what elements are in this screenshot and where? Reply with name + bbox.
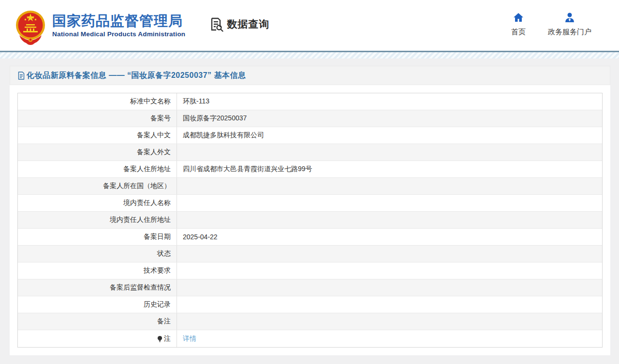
page-title-bar: 化妆品新原料备案信息 —— “国妆原备字20250037” 基本信息 (10, 66, 610, 85)
brand-title-cn: 国家药品监督管理局 (52, 13, 185, 29)
row-label: 备案人住所地址 (18, 161, 177, 177)
table-row-domestic-responsible-address: 境内责任人住所地址 (18, 212, 602, 229)
row-value (177, 144, 602, 160)
table-row-domestic-responsible-name: 境内责任人名称 (18, 195, 602, 212)
table-row-registrant-country: 备案人所在国（地区） (18, 178, 602, 195)
row-label: 境内责任人名称 (18, 195, 177, 211)
row-label: 备案人外文 (18, 144, 177, 160)
row-label-text: 注 (164, 335, 171, 343)
row-label: 技术要求 (18, 262, 177, 279)
table-row-remarks: 备注 (18, 313, 602, 330)
content-card: 化妆品新原料备案信息 —— “国妆原备字20250037” 基本信息 标准中文名… (10, 66, 610, 355)
table-row-history: 历史记录 (18, 296, 602, 313)
brand-block: 国家药品监督管理局 National Medical Products Admi… (52, 13, 185, 38)
row-label: 备案后监督检查情况 (18, 279, 177, 296)
row-value: 成都凯捷多肽科技有限公司 (177, 127, 602, 144)
table-row-registrant-foreign: 备案人外文 (18, 144, 602, 161)
bulb-icon (157, 335, 163, 343)
person-icon (564, 12, 575, 23)
row-label: 备案日期 (18, 229, 177, 245)
table-row-post-registration-inspection: 备案后监督检查情况 (18, 279, 602, 296)
row-value: 2025-04-22 (177, 229, 602, 245)
nav-item-portal[interactable]: 政务服务门户 (548, 12, 591, 37)
header-nav: 首页 政务服务门户 (511, 12, 591, 37)
site-header: 国家药品监督管理局 National Medical Products Admi… (0, 0, 619, 51)
row-value: 详情 (177, 330, 602, 347)
details-link[interactable]: 详情 (183, 335, 196, 343)
brand-title-en: National Medical Products Administration (52, 30, 185, 38)
table-row-technical-requirements: 技术要求 (18, 262, 602, 279)
nav-item-portal-label: 政务服务门户 (548, 28, 591, 37)
row-value (177, 262, 602, 279)
row-value (177, 246, 602, 262)
row-value (177, 279, 602, 296)
table-row-note: 注 详情 (18, 330, 602, 347)
table-row-registrant-chinese: 备案人中文 成都凯捷多肽科技有限公司 (18, 127, 602, 144)
nav-item-home[interactable]: 首页 (511, 12, 526, 37)
page-title: 化妆品新原料备案信息 —— “国妆原备字20250037” 基本信息 (27, 71, 246, 81)
document-search-icon (208, 16, 224, 32)
row-value: 国妆原备字20250037 (177, 110, 602, 127)
row-label: 状态 (18, 246, 177, 262)
row-label: 备案人中文 (18, 127, 177, 144)
row-label: 历史记录 (18, 296, 177, 313)
row-label: 备案人所在国（地区） (18, 178, 177, 194)
row-label: 注 (18, 330, 177, 347)
row-value (177, 178, 602, 194)
row-value: 环肽-113 (177, 93, 602, 110)
row-value (177, 195, 602, 211)
row-value (177, 296, 602, 313)
data-query-entry[interactable]: 数据查询 (208, 16, 269, 32)
table-row-status: 状态 (18, 246, 602, 262)
row-label: 境内责任人住所地址 (18, 212, 177, 228)
row-label: 标准中文名称 (18, 93, 177, 110)
row-value (177, 212, 602, 228)
nav-item-home-label: 首页 (511, 28, 526, 37)
row-label: 备案号 (18, 110, 177, 127)
table-row-standard-chinese-name: 标准中文名称 环肽-113 (18, 93, 602, 110)
table-row-registration-number: 备案号 国妆原备字20250037 (18, 110, 602, 127)
header-divider-band (0, 52, 619, 58)
home-icon (513, 12, 524, 23)
table-row-registrant-address: 备案人住所地址 四川省成都市大邑县青霞街道兴业七路99号 (18, 161, 602, 178)
row-label: 备注 (18, 313, 177, 330)
table-row-registration-date: 备案日期 2025-04-22 (18, 229, 602, 246)
row-value (177, 313, 602, 330)
row-value: 四川省成都市大邑县青霞街道兴业七路99号 (177, 161, 602, 177)
registration-info-table: 标准中文名称 环肽-113 备案号 国妆原备字20250037 备案人中文 成都… (17, 93, 603, 348)
page-doc-icon (18, 72, 25, 80)
data-query-label: 数据查询 (227, 17, 269, 31)
national-emblem-icon (15, 7, 46, 45)
